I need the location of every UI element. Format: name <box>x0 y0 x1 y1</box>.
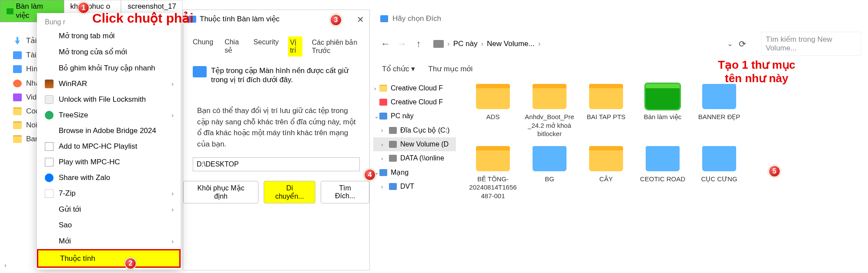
chevron-icon: › <box>381 183 383 190</box>
ctx-locksmith[interactable]: Unlock with File Locksmith <box>37 92 181 107</box>
folder-tree: ›Creative Cloud F Creative Cloud F ⌄PC n… <box>373 78 456 200</box>
picture-icon <box>13 65 22 73</box>
folder-icon <box>13 135 22 143</box>
tab-general[interactable]: Chung <box>191 37 215 57</box>
back-button[interactable]: ← <box>380 38 391 50</box>
tree-item-network[interactable]: ⌄Mạng <box>373 165 456 180</box>
grid-item-betong[interactable]: BÊ TÔNG-20240814T1656487-001 <box>468 146 518 200</box>
grid-item-banner[interactable]: BANNER ĐẸP <box>694 84 744 138</box>
grid-item-desktop[interactable]: Bàn làm việc <box>638 84 687 138</box>
grid-item-bg[interactable]: BG <box>525 146 574 200</box>
ctx-open-new-window[interactable]: Mở trong cửa sổ mới <box>37 44 181 60</box>
tree-item[interactable]: ›Creative Cloud F <box>373 81 456 95</box>
navigation-bar: ← → ↑ › PC này › New Volume... › ⌄ ⟳ Tìm… <box>373 27 868 60</box>
new-folder-button[interactable]: Thư mục mới <box>428 64 473 73</box>
dialog-tabs: Chung Chia sẻ Security Vị trí Các phiên … <box>183 37 369 57</box>
ctx-unpin[interactable]: Bỏ ghim khỏi Truy cập nhanh <box>37 60 181 76</box>
tree-item-drive-d[interactable]: ›New Volume (D <box>373 137 456 151</box>
search-input[interactable]: Tìm kiếm trong New Volume... <box>761 32 861 56</box>
close-button[interactable]: ✕ <box>357 14 364 25</box>
breadcrumb-item[interactable]: PC này <box>453 40 478 48</box>
ctx-open-new-tab[interactable]: Mở trong tab mới <box>37 28 181 44</box>
grid-item-anhdv[interactable]: Anhdv_Boot_Pre_24.2 mở khoá bitlocker <box>525 84 574 138</box>
breadcrumb-history-icon[interactable]: ⌄ <box>727 40 733 48</box>
tree-item-dvt[interactable]: ›DVT <box>373 180 456 193</box>
folder-icon <box>476 84 510 109</box>
download-icon <box>13 37 22 45</box>
grid-item-ceotic[interactable]: CEOTIC ROAD <box>638 146 687 200</box>
image-folder-icon <box>702 146 736 171</box>
ctx-copy[interactable]: Sao <box>37 217 181 233</box>
ctx-mpc-play[interactable]: Play with MPC-HC <box>37 154 181 170</box>
annotation-badge-4: 4 <box>364 169 376 181</box>
annotation-badge-2: 2 <box>124 257 137 270</box>
chevron-right-icon: › <box>481 40 483 48</box>
tab-previous[interactable]: Các phiên bản Trước <box>310 37 362 57</box>
ctx-bridge[interactable]: Browse in Adobe Bridge 2024 <box>37 123 181 139</box>
destination-picker: Hãy chọn Đích ← → ↑ › PC này › New Volum… <box>373 10 868 270</box>
folder-icon <box>589 146 623 171</box>
folder-icon <box>13 121 22 129</box>
dialog-buttons: Khôi phục Mặc định Di chuyển... Tìm Đích… <box>183 181 369 203</box>
folder-icon <box>379 85 387 92</box>
chevron-right-icon: › <box>538 40 541 48</box>
tab-sharing[interactable]: Chia sẻ <box>223 37 244 57</box>
expand-chevron-icon[interactable]: › <box>4 262 7 269</box>
pc-icon <box>389 183 397 190</box>
grid-item-baitap[interactable]: BAI TAP PTS <box>581 84 631 138</box>
ctx-send-to[interactable]: Gửi tới› <box>37 201 181 217</box>
tree-item-data[interactable]: ›DATA (\\online <box>373 151 456 165</box>
context-menu: Bung r Mở trong tab mới Mở trong cửa sổ … <box>37 13 181 270</box>
location-path-input[interactable] <box>193 157 360 171</box>
ctx-winrar[interactable]: WinRAR› <box>37 76 181 92</box>
find-target-button[interactable]: Tìm Đích... <box>321 181 369 203</box>
submenu-arrow-icon: › <box>171 190 174 197</box>
zalo-icon <box>45 173 54 182</box>
drive-icon <box>433 40 444 48</box>
folder-icon <box>589 84 623 109</box>
grid-item-cuccung[interactable]: CỤC CƯNG <box>694 146 744 200</box>
ctx-mpc-playlist[interactable]: Add to MPC-HC Playlist <box>37 139 181 154</box>
submenu-arrow-icon: › <box>171 238 174 245</box>
ctx-7zip[interactable]: 7-Zip› <box>37 186 181 201</box>
ctx-properties[interactable]: Thuộc tính <box>37 249 181 268</box>
ctx-treesize[interactable]: TreeSize› <box>37 107 181 123</box>
cc-icon <box>379 99 387 106</box>
folder-grid: ADS Anhdv_Boot_Pre_24.2 mở khoá bitlocke… <box>456 78 868 200</box>
up-button[interactable]: ↑ <box>413 38 424 50</box>
chevron-icon: › <box>381 141 383 148</box>
ctx-zalo[interactable]: Share with Zalo <box>37 170 181 186</box>
grid-item-ads[interactable]: ADS <box>468 84 518 138</box>
tree-item[interactable]: Creative Cloud F <box>373 95 456 109</box>
annotation-badge-3: 3 <box>330 14 342 26</box>
drive-icon <box>389 155 397 162</box>
tree-item-pc[interactable]: ⌄PC này <box>373 109 456 123</box>
breadcrumb[interactable]: › PC này › New Volume... › <box>430 40 721 48</box>
chevron-icon: › <box>381 155 383 162</box>
annotation-click-right: Click chuột phải <box>92 10 194 26</box>
7zip-icon <box>45 189 54 198</box>
breadcrumb-item[interactable]: New Volume... <box>487 40 535 48</box>
tab-security[interactable]: Security <box>252 37 281 57</box>
folder-icon <box>533 84 566 109</box>
tab-location[interactable]: Vị trí <box>288 37 302 57</box>
network-icon <box>379 169 387 176</box>
drive-icon <box>389 127 397 134</box>
tree-item-drive-c[interactable]: ›Đĩa Cục bộ (C:) <box>373 123 456 137</box>
submenu-arrow-icon: › <box>171 112 174 119</box>
organize-button[interactable]: Tổ chức ▾ <box>382 64 415 73</box>
move-button[interactable]: Di chuyển... <box>264 181 315 203</box>
annotation-badge-1: 1 <box>77 2 90 14</box>
chevron-icon: › <box>381 127 383 133</box>
picker-title: Hãy chọn Đích <box>392 14 441 23</box>
document-icon <box>13 51 22 59</box>
grid-item-cay[interactable]: CÂY <box>581 146 631 200</box>
winrar-icon <box>45 80 54 88</box>
restore-default-button[interactable]: Khôi phục Mặc định <box>183 181 258 203</box>
pc-icon <box>379 113 387 120</box>
ctx-new[interactable]: Mới› <box>37 233 181 249</box>
refresh-icon[interactable]: ⟳ <box>739 39 746 49</box>
image-folder-icon <box>533 146 566 171</box>
drive-icon <box>389 141 397 148</box>
forward-button[interactable]: → <box>397 38 407 50</box>
